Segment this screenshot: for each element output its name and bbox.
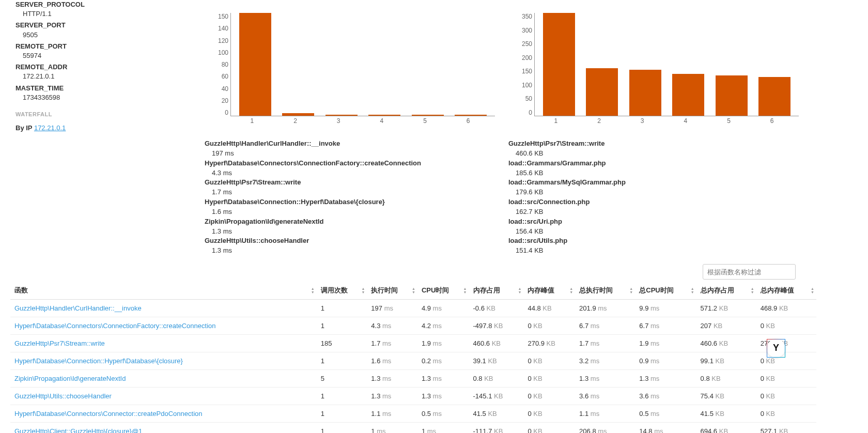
- cell-calls: 1: [317, 388, 367, 405]
- request-info-panel: SERVER_PROTOCOLHTTP/1.1SERVER_PORT9505RE…: [0, 0, 196, 256]
- cell-mu: 0.8 KB: [469, 370, 524, 388]
- cell-tcpu: 1.9 ms: [635, 335, 696, 352]
- chart-bar[interactable]: [239, 13, 271, 116]
- column-header[interactable]: 内存占用: [469, 282, 524, 300]
- cell-cpu: 1.3 ms: [417, 370, 469, 388]
- column-header[interactable]: 调用次数: [317, 282, 367, 300]
- y-tick: 60: [222, 73, 228, 80]
- legend-fn: load::Grammars/MySqlGrammar.php: [508, 178, 799, 188]
- chart-bar[interactable]: [368, 115, 400, 116]
- by-ip-link[interactable]: 172.21.0.1: [34, 124, 66, 132]
- y-tick: 140: [218, 25, 228, 32]
- cell-pmu: 44.8 KB: [523, 300, 575, 317]
- chart-bar[interactable]: [543, 13, 575, 116]
- chart-bar[interactable]: [326, 115, 358, 116]
- x-tick: 6: [750, 116, 794, 125]
- fn-link[interactable]: GuzzleHttp\Utils::chooseHandler: [14, 392, 112, 400]
- fn-link[interactable]: Hyperf\Database\Connection::Hyperf\Datab…: [14, 357, 183, 365]
- cell-cpu: 1 ms: [417, 423, 469, 433]
- table-row: GuzzleHttp\Utils::chooseHandler11.3 ms1.…: [10, 388, 816, 405]
- legend-fn: GuzzleHttp\Psr7\Stream::write: [205, 178, 495, 188]
- sort-icon: [412, 287, 415, 294]
- cell-twt: 1.3 ms: [575, 370, 635, 388]
- cell-tpmu: 0 KB: [756, 352, 816, 370]
- cell-tmu: 207 KB: [696, 317, 756, 335]
- cell-tmu: 0.8 KB: [696, 370, 756, 388]
- cell-tcpu: 1.3 ms: [635, 370, 696, 388]
- column-header[interactable]: 内存峰值: [523, 282, 575, 300]
- legend-value: 1.3 ms: [205, 246, 495, 256]
- cell-twt: 201.9 ms: [575, 300, 635, 317]
- cell-tcpu: 14.8 ms: [635, 423, 696, 433]
- cell-tmu: 460.6 KB: [696, 335, 756, 352]
- legend-value: 4.3 ms: [205, 168, 495, 178]
- info-value: HTTP/1.1: [16, 9, 196, 19]
- column-header[interactable]: CPU时间: [417, 282, 469, 300]
- legend-value: 460.6 KB: [508, 149, 799, 159]
- sort-icon: [629, 287, 633, 294]
- fn-link[interactable]: GuzzleHttp\Psr7\Stream::write: [14, 339, 105, 347]
- chart-bar[interactable]: [716, 75, 748, 116]
- legend-fn: GuzzleHttp\Utils::chooseHandler: [205, 236, 495, 246]
- column-header[interactable]: 函数: [10, 282, 317, 300]
- cell-calls: 1: [317, 405, 367, 423]
- chart-bar[interactable]: [282, 113, 314, 116]
- chart-bar[interactable]: [455, 115, 487, 116]
- cell-wt: 1 ms: [367, 423, 417, 433]
- legend-fn: GuzzleHttp\Handler\CurlHandler::__invoke: [205, 139, 495, 149]
- cell-twt: 206.8 ms: [575, 423, 635, 433]
- filter-input[interactable]: [703, 264, 796, 280]
- cell-tmu: 75.4 KB: [696, 388, 756, 405]
- column-header[interactable]: 执行时间: [367, 282, 417, 300]
- chart-bar[interactable]: [586, 68, 618, 116]
- y-tick: 50: [525, 95, 532, 102]
- info-key: SERVER_PORT: [16, 21, 196, 30]
- fn-link[interactable]: Hyperf\Database\Connectors\ConnectionFac…: [14, 322, 216, 330]
- info-key: REMOTE_ADDR: [16, 63, 196, 72]
- x-tick: 1: [534, 116, 578, 125]
- x-tick: 4: [664, 116, 707, 125]
- cell-calls: 1: [317, 317, 367, 335]
- fn-link[interactable]: GuzzleHttp\Handler\CurlHandler::__invoke: [14, 304, 142, 312]
- column-header[interactable]: 总CPU时间: [635, 282, 696, 300]
- cell-tpmu: 0 KB: [756, 317, 816, 335]
- cell-tmu: 41.5 KB: [696, 405, 756, 423]
- assistant-badge[interactable]: Y: [767, 339, 785, 358]
- legend-fn: load::src/Connection.php: [508, 197, 799, 207]
- table-row: GuzzleHttp\Client::GuzzleHttp\{closure}@…: [10, 423, 816, 433]
- info-value: 9505: [16, 30, 196, 40]
- column-header[interactable]: 总内存峰值: [756, 282, 816, 300]
- cell-cpu: 1.9 ms: [417, 335, 469, 352]
- chart-bar[interactable]: [672, 74, 704, 116]
- chart-bar[interactable]: [629, 70, 661, 116]
- cell-pmu: 270.9 KB: [523, 335, 575, 352]
- table-row: GuzzleHttp\Psr7\Stream::write1851.7 ms1.…: [10, 335, 816, 352]
- cell-mu: 39.1 KB: [469, 352, 524, 370]
- table-row: Zipkin\Propagation\Id\generateNextId51.3…: [10, 370, 816, 388]
- column-header[interactable]: 总执行时间: [575, 282, 635, 300]
- cell-wt: 1.6 ms: [367, 352, 417, 370]
- info-key: REMOTE_PORT: [16, 42, 196, 51]
- viewport[interactable]: SERVER_PROTOCOLHTTP/1.1SERVER_PORT9505RE…: [0, 0, 868, 433]
- fn-link[interactable]: Hyperf\Database\Connectors\Connector::cr…: [14, 410, 203, 417]
- x-tick: 2: [274, 116, 317, 125]
- chart-bar[interactable]: [412, 115, 444, 116]
- legend-value: 151.4 KB: [508, 246, 799, 256]
- cell-mu: 460.6 KB: [469, 335, 524, 352]
- fn-link[interactable]: Zipkin\Propagation\Id\generateNextId: [14, 375, 126, 382]
- y-tick: 200: [522, 54, 532, 61]
- column-header[interactable]: 总内存占用: [696, 282, 756, 300]
- cell-tcpu: 0.5 ms: [635, 405, 696, 423]
- legend-fn: Hyperf\Database\Connection::Hyperf\Datab…: [205, 197, 495, 207]
- y-tick: 80: [222, 61, 228, 68]
- cell-mu: 41.5 KB: [469, 405, 524, 423]
- sort-icon: [361, 287, 365, 294]
- x-tick: 1: [230, 116, 274, 125]
- chart-bar[interactable]: [758, 77, 791, 116]
- fn-link[interactable]: GuzzleHttp\Client::GuzzleHttp\{closure}@…: [14, 427, 142, 433]
- cell-tcpu: 9.9 ms: [635, 300, 696, 317]
- y-tick: 300: [522, 27, 532, 34]
- legend-value: 1.3 ms: [205, 227, 495, 237]
- y-tick: 350: [522, 13, 532, 20]
- cell-pmu: 0 KB: [523, 405, 575, 423]
